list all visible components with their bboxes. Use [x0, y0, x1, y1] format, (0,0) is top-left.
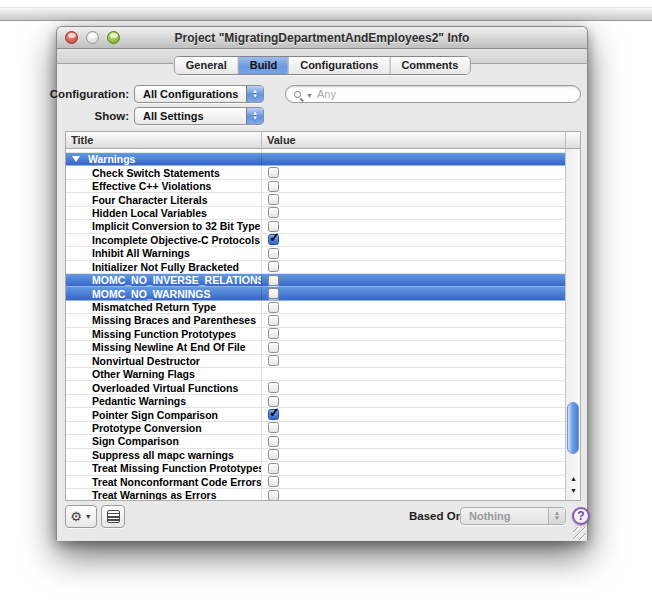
checkbox-unchecked[interactable] [268, 181, 279, 192]
action-gear-button[interactable]: ⚙ ▼ [65, 505, 97, 528]
table-row[interactable]: MOMC_NO_INVERSE_RELATIONSHIP... [66, 274, 567, 287]
checkbox-unchecked[interactable] [268, 382, 279, 393]
table-row[interactable]: Sign Comparison [66, 435, 567, 448]
checkbox-unchecked[interactable] [268, 261, 279, 272]
row-title: Pedantic Warnings [66, 395, 186, 407]
checkbox-unchecked[interactable] [268, 463, 279, 474]
zoom-button[interactable] [107, 31, 120, 44]
table-row[interactable]: Missing Newline At End Of File [66, 341, 567, 354]
table-row[interactable]: Mismatched Return Type [66, 301, 567, 314]
tab-build[interactable]: Build [239, 57, 290, 74]
checkbox-unchecked[interactable] [268, 248, 279, 259]
table-row[interactable]: Four Character Literals [66, 193, 567, 206]
edit-settings-button[interactable] [101, 505, 125, 528]
checkbox-unchecked[interactable] [268, 355, 279, 366]
row-title: Check Switch Statements [66, 167, 220, 179]
checkbox-unchecked[interactable] [268, 342, 279, 353]
checkbox-unchecked[interactable] [268, 476, 279, 487]
gear-icon: ⚙ [70, 510, 82, 523]
tab-configurations[interactable]: Configurations [289, 57, 390, 74]
show-popup[interactable]: All Settings ▲▼ [134, 107, 264, 125]
table-row[interactable]: Prototype Conversion [66, 422, 567, 435]
row-title: Nonvirtual Destructor [66, 355, 200, 367]
checkbox-unchecked[interactable] [268, 194, 279, 205]
row-title: Initializer Not Fully Bracketed [66, 261, 239, 273]
search-field[interactable]: ▼ [285, 85, 581, 103]
table-row[interactable]: Missing Function Prototypes [66, 328, 567, 341]
scroll-up-icon[interactable]: ▲ [566, 473, 581, 485]
row-title: Other Warning Flags [66, 368, 195, 380]
help-button[interactable]: ? [572, 507, 590, 525]
window-titlebar[interactable]: Project "MigratingDepartmentAndEmployees… [57, 27, 587, 49]
row-title: Treat Warnings as Errors [66, 489, 217, 500]
checkbox-unchecked[interactable] [268, 490, 279, 500]
checkbox-unchecked[interactable] [268, 275, 279, 286]
checkbox-unchecked[interactable] [268, 436, 279, 447]
checkbox-unchecked[interactable] [268, 288, 279, 299]
configuration-label: Configuration: [17, 88, 129, 100]
table-row[interactable]: Effective C++ Violations [66, 180, 567, 193]
column-header-title[interactable]: Title [66, 132, 262, 148]
background-window-titlebar [0, 7, 652, 21]
scrollbar-arrows: ▲ ▼ [566, 473, 581, 497]
table-row[interactable]: Missing Braces and Parentheses [66, 314, 567, 327]
row-title: MOMC_NO_INVERSE_RELATIONSHIP... [66, 274, 262, 286]
table-row[interactable]: MOMC_NO_WARNINGS [66, 287, 567, 300]
table-row[interactable]: Hidden Local Variables [66, 207, 567, 220]
column-header-value[interactable]: Value [262, 132, 565, 148]
table-row[interactable]: Pointer Sign Comparison [66, 408, 567, 421]
group-row[interactable]: Warnings [66, 153, 567, 166]
table-row[interactable]: Treat Nonconformant Code Errors ... [66, 476, 567, 489]
checkbox-unchecked[interactable] [268, 422, 279, 433]
checkbox-checked[interactable] [268, 234, 279, 245]
checkbox-unchecked[interactable] [268, 328, 279, 339]
table-row[interactable]: Incomplete Objective-C Protocols [66, 234, 567, 247]
tab-comments[interactable]: Comments [390, 57, 469, 74]
search-input[interactable] [317, 88, 572, 100]
tab-bar: GeneralBuildConfigurationsComments [174, 56, 471, 75]
table-row[interactable]: Other Warning Flags [66, 368, 567, 381]
row-title: Four Character Literals [66, 194, 208, 206]
search-menu-caret-icon[interactable]: ▼ [306, 92, 313, 99]
popup-arrows-icon: ▲▼ [246, 108, 263, 124]
disclosure-triangle-icon[interactable] [72, 156, 80, 162]
table-row[interactable]: Suppress all mapc warnings [66, 449, 567, 462]
table-header: Title Value [66, 132, 580, 149]
row-title: Prototype Conversion [66, 422, 202, 434]
row-title: Sign Comparison [66, 435, 179, 447]
table-row[interactable]: Inhibit All Warnings [66, 247, 567, 260]
table-row[interactable]: Pedantic Warnings [66, 395, 567, 408]
vertical-scrollbar[interactable]: ▲ ▼ [565, 149, 580, 500]
based-on-popup-value: Nothing [461, 508, 548, 524]
table-row[interactable]: Check Switch Statements [66, 166, 567, 179]
table-body: Warnings Check Switch Statements Effecti… [66, 149, 567, 500]
row-title: Incomplete Objective-C Protocols [66, 234, 260, 246]
table-row[interactable]: Treat Missing Function Prototypes ... [66, 462, 567, 475]
table-row[interactable]: Overloaded Virtual Functions [66, 381, 567, 394]
scroll-down-icon[interactable]: ▼ [566, 485, 581, 497]
row-title: Suppress all mapc warnings [66, 449, 234, 461]
table-row[interactable]: Initializer Not Fully Bracketed [66, 261, 567, 274]
resize-grip[interactable] [573, 527, 586, 540]
checkbox-unchecked[interactable] [268, 449, 279, 460]
table-row[interactable]: Implicit Conversion to 32 Bit Type [66, 220, 567, 233]
window-content: Configuration: All Configurations ▲▼ ▼ S… [57, 64, 587, 541]
row-title: Mismatched Return Type [66, 301, 216, 313]
row-title: Missing Function Prototypes [66, 328, 236, 340]
tab-general[interactable]: General [175, 57, 239, 74]
table-row[interactable]: Treat Warnings as Errors [66, 489, 567, 500]
table-row[interactable]: Nonvirtual Destructor [66, 355, 567, 368]
search-icon [294, 91, 301, 98]
checkbox-checked[interactable] [268, 409, 279, 420]
popup-arrows-icon: ▲▼ [548, 508, 565, 524]
configuration-popup[interactable]: All Configurations ▲▼ [134, 85, 264, 103]
checkbox-unchecked[interactable] [268, 167, 279, 178]
checkbox-unchecked[interactable] [268, 302, 279, 313]
window-title: Project "MigratingDepartmentAndEmployees… [57, 31, 587, 45]
scrollbar-thumb[interactable] [567, 402, 579, 454]
row-title: Overloaded Virtual Functions [66, 382, 238, 394]
minimize-button[interactable] [86, 31, 99, 44]
checkbox-unchecked[interactable] [268, 315, 279, 326]
checkbox-unchecked[interactable] [268, 207, 279, 218]
close-button[interactable] [65, 31, 78, 44]
